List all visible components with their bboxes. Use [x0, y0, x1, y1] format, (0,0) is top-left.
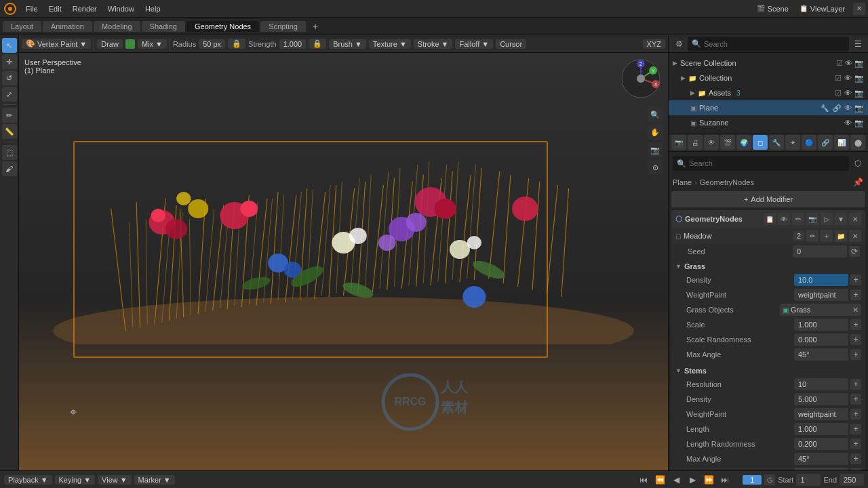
grass-objects-value[interactable]: ▣ Grass ✕ — [780, 304, 861, 316]
current-frame-indicator[interactable]: 1 — [743, 475, 762, 485]
tab-scripting[interactable]: Scripting — [260, 21, 306, 32]
prop-tab-physics[interactable]: 🔵 — [802, 135, 816, 150]
node-group-new-btn[interactable]: + — [821, 230, 833, 242]
prop-tab-material[interactable]: ⬤ — [850, 135, 865, 150]
color-swatch[interactable] — [125, 39, 135, 49]
view-menu[interactable]: View ▼ — [98, 475, 132, 485]
tab-animation[interactable]: Animation — [43, 21, 92, 32]
grass-density-extra[interactable]: + — [850, 274, 861, 285]
mix-btn[interactable]: Mix ▼ — [138, 39, 167, 49]
go-next-keyframe-btn[interactable]: ⏩ — [702, 473, 715, 487]
assets-exclude-icon[interactable]: ☑ — [835, 89, 842, 98]
prop-tab-particles[interactable]: ✦ — [785, 135, 800, 150]
stroke-btn[interactable]: Stroke ▼ — [414, 39, 453, 49]
mod-close-btn[interactable]: ✕ — [849, 213, 861, 225]
plane-item[interactable]: ▣ Plane 🔧 🔗 👁 📷 — [669, 100, 868, 115]
tool-rotate[interactable]: ↺ — [2, 70, 17, 85]
grass-scale-random-value[interactable]: 0.000 — [794, 333, 848, 346]
zoom-in-btn[interactable]: 🔍 — [648, 107, 663, 122]
search-input[interactable] — [704, 40, 845, 48]
collection-arrow[interactable]: ▶ — [681, 75, 686, 81]
collection-item[interactable]: ▶ 📁 Collection ☑ 👁 📷 — [669, 70, 868, 85]
stems-length-random-extra[interactable]: + — [850, 439, 861, 449]
menu-render[interactable]: Render — [67, 0, 102, 17]
collection-exclude-icon[interactable]: ☑ — [835, 74, 842, 83]
filter-icon[interactable]: ☰ — [852, 38, 864, 50]
go-end-btn[interactable]: ⏭ — [718, 473, 732, 487]
start-frame-field[interactable]: 1 — [796, 474, 821, 486]
stems-length-random-value[interactable]: 0.200 — [794, 438, 848, 450]
texture-btn[interactable]: Texture ▼ — [369, 39, 411, 49]
node-group-close-btn[interactable]: ✕ — [849, 230, 861, 242]
breadcrumb-pin-icon[interactable]: 📌 — [852, 176, 864, 188]
menu-file[interactable]: File — [20, 0, 43, 17]
prop-tab-modifiers[interactable]: 🔧 — [769, 135, 784, 150]
marker-menu[interactable]: Marker ▼ — [134, 475, 175, 485]
play-btn[interactable]: ▶ — [686, 473, 699, 487]
strength-lock-btn[interactable]: 🔒 — [309, 39, 326, 49]
falloff-btn[interactable]: Falloff ▼ — [455, 39, 493, 49]
local-view-btn[interactable]: XYZ — [643, 39, 665, 49]
plane-mod1-icon[interactable]: 🔧 — [821, 104, 829, 112]
stems-noise-scale-extra[interactable]: + — [850, 468, 861, 470]
end-frame-field[interactable]: 250 — [840, 474, 864, 486]
mod-render-btn[interactable]: 📷 — [806, 213, 818, 225]
stems-noise-scale-value[interactable]: 0.400 — [794, 468, 848, 470]
mode-selector[interactable]: 🎨 Vertex Paint ▼ — [22, 39, 91, 49]
draw-mode-btn[interactable]: Draw — [97, 39, 123, 49]
suzanne-eye-icon[interactable]: 👁 — [844, 119, 852, 127]
add-workspace-tab[interactable]: + — [307, 20, 323, 33]
grass-density-value[interactable]: 10.0 — [794, 274, 848, 286]
suzanne-item[interactable]: ▣ Suzanne 👁 📷 — [669, 115, 868, 130]
grass-scale-extra[interactable]: + — [850, 319, 861, 330]
keying-menu[interactable]: Keying ▼ — [55, 475, 96, 485]
prop-tab-object[interactable]: ◻ — [753, 135, 768, 150]
scene-eye-icon[interactable]: 👁 — [845, 59, 852, 67]
node-group-edit-btn[interactable]: ✏ — [806, 230, 818, 242]
node-group-browse-btn[interactable]: 📁 — [835, 230, 847, 242]
seed-value[interactable]: 0 — [793, 245, 847, 258]
assets-arrow[interactable]: ▶ — [690, 89, 695, 96]
properties-search-input[interactable] — [689, 159, 845, 167]
3d-viewport[interactable]: User Perspective (1) Plane — [19, 53, 668, 470]
add-modifier-button[interactable]: + Add Modifier — [671, 191, 865, 207]
navigation-gizmo[interactable]: Z Y X — [620, 58, 661, 99]
grass-section-header[interactable]: ▼ Grass — [675, 260, 861, 272]
tool-paint[interactable]: 🖌 — [2, 161, 17, 176]
prop-tab-output[interactable]: 🖨 — [688, 135, 703, 150]
node-group-name[interactable]: Meadow — [684, 232, 791, 240]
mod-view-btn[interactable]: 👁 — [778, 213, 790, 225]
mod-icon-btn[interactable]: 📋 — [764, 213, 776, 225]
plane-mod2-icon[interactable]: 🔗 — [833, 104, 841, 112]
reverse-play-btn[interactable]: ◀ — [669, 473, 683, 487]
sidebar-search-bar[interactable]: 🔍 — [688, 37, 849, 52]
brush-btn[interactable]: Brush ▼ — [329, 39, 366, 49]
stems-wp-value[interactable]: weightpaint — [794, 408, 848, 420]
stems-resolution-extra[interactable]: + — [850, 379, 861, 390]
filter-btn[interactable]: ⬡ — [852, 157, 864, 169]
grass-scale-value[interactable]: 1.000 — [794, 319, 848, 331]
properties-search-bar[interactable]: 🔍 — [673, 156, 849, 171]
radius-value[interactable]: 50 px — [199, 39, 225, 49]
camera-btn[interactable]: 📷 — [648, 142, 663, 157]
prop-tab-render[interactable]: 📷 — [671, 135, 686, 150]
scene-exclude-icon[interactable]: ☑ — [836, 59, 843, 68]
tool-annotate[interactable]: ✏ — [2, 108, 17, 123]
stems-resolution-value[interactable]: 10 — [794, 378, 848, 390]
mod-dropdown-btn[interactable]: ▼ — [835, 213, 847, 225]
plane-eye-icon[interactable]: 👁 — [844, 104, 852, 112]
stems-density-value[interactable]: 5.000 — [794, 393, 848, 405]
tab-layout[interactable]: Layout — [3, 21, 41, 32]
close-btn[interactable]: ✕ — [853, 3, 865, 15]
grass-scale-random-extra[interactable]: + — [850, 334, 861, 345]
grass-obj-remove[interactable]: ✕ — [852, 306, 859, 314]
tab-geometry-nodes[interactable]: Geometry Nodes — [186, 21, 259, 32]
mod-edit-btn[interactable]: ✏ — [792, 213, 804, 225]
cursor-btn[interactable]: Cursor — [496, 39, 526, 49]
stems-max-angle-value[interactable]: 45° — [794, 453, 848, 465]
tool-cursor[interactable]: ↖ — [2, 38, 17, 53]
assets-item[interactable]: ▶ 📁 Assets 3 ☑ 👁 📷 — [669, 85, 868, 100]
scene-render-icon[interactable]: 📷 — [854, 59, 864, 68]
pan-btn[interactable]: ✋ — [648, 125, 663, 140]
tool-box-select[interactable]: ⬚ — [2, 145, 17, 160]
